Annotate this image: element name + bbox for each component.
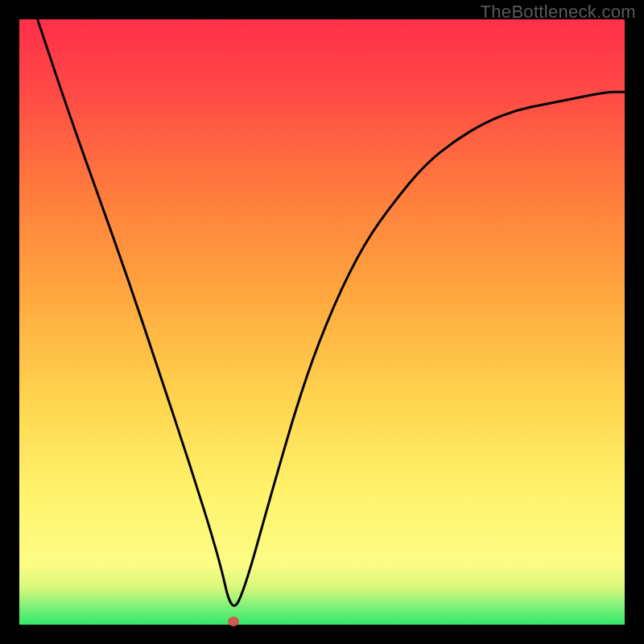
curve-path	[38, 19, 625, 606]
minimum-marker	[228, 617, 239, 626]
bottleneck-curve	[19, 19, 625, 625]
chart-frame: TheBottleneck.com	[0, 0, 644, 644]
plot-area	[19, 19, 625, 625]
